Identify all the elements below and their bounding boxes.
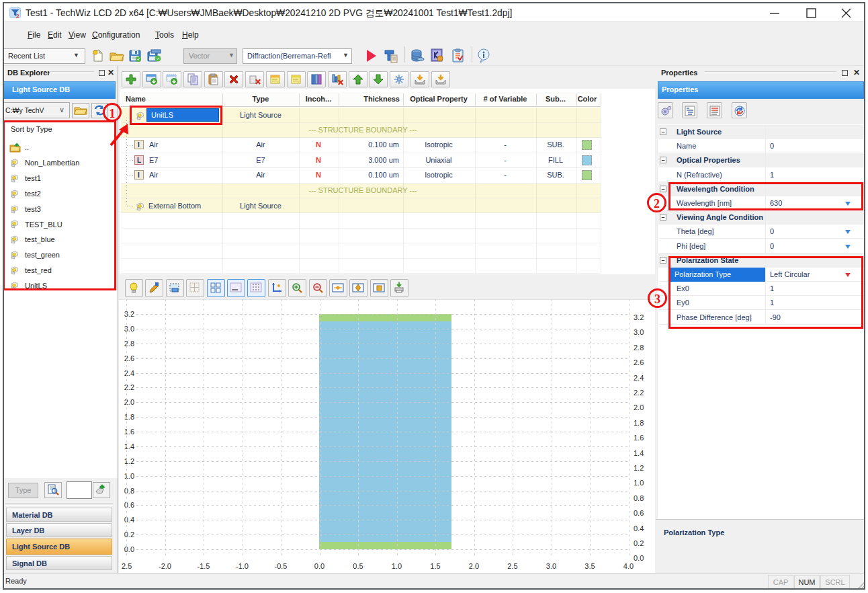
svg-text:L: L <box>137 157 141 164</box>
svg-text:I: I <box>138 141 140 149</box>
svg-text:2: 2 <box>16 13 19 19</box>
svg-text:I: I <box>138 171 140 179</box>
